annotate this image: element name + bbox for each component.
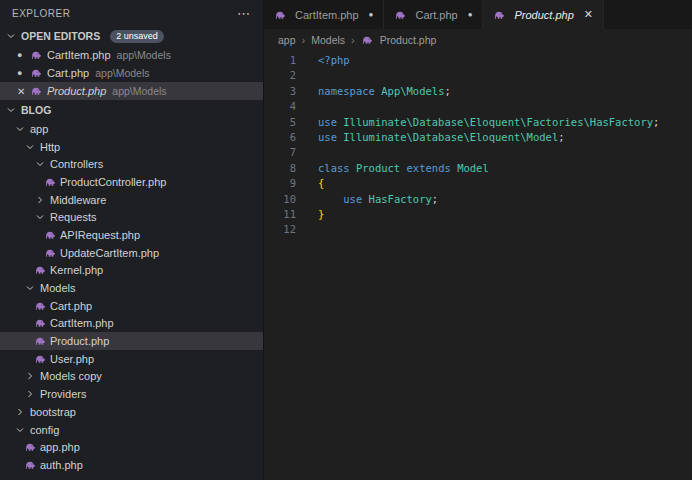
tree-folder-item[interactable]: Http <box>0 138 263 156</box>
line-number: 7 <box>264 145 296 160</box>
explorer-sidebar: EXPLORER ⋯ OPEN EDITORS 2 unsaved ●CartI… <box>0 0 264 480</box>
code-token: use <box>318 131 337 143</box>
php-file-icon <box>274 9 289 21</box>
tree-folder-item[interactable]: Middleware <box>0 191 263 209</box>
open-editor-path: app\Models <box>117 49 171 61</box>
tree-file-item[interactable]: Product.php <box>0 332 263 350</box>
tree-file-item[interactable]: auth.php <box>0 456 263 474</box>
project-header[interactable]: BLOG <box>0 100 263 120</box>
php-file-icon <box>44 229 56 241</box>
php-file-icon <box>24 459 36 471</box>
line-number: 10 <box>264 192 296 207</box>
tree-file-item[interactable]: app.php <box>0 438 263 456</box>
code-token: use <box>318 116 337 128</box>
modified-dot-icon[interactable]: ● <box>17 50 30 60</box>
code-token: Illuminate\Database\Eloquent\Model <box>343 131 558 143</box>
tree-item-label: User.php <box>50 353 94 365</box>
open-editors-header[interactable]: OPEN EDITORS 2 unsaved <box>0 26 263 46</box>
tree-item-label: UpdateCartItem.php <box>60 247 159 259</box>
tree-folder-item[interactable]: Models copy <box>0 368 263 386</box>
code-token: extends <box>407 162 451 174</box>
line-number: 12 <box>264 222 296 237</box>
breadcrumb-item[interactable]: Models <box>311 34 345 46</box>
tree-item-label: CartItem.php <box>50 317 114 329</box>
tree-item-label: auth.php <box>40 459 83 471</box>
php-file-icon <box>34 317 46 329</box>
tree-item-label: bootstrap <box>30 406 76 418</box>
breadcrumb-label: Models <box>311 34 345 46</box>
open-editor-path: app\Models <box>112 85 166 97</box>
code-token: use <box>343 193 362 205</box>
tree-folder-item[interactable]: bootstrap <box>0 403 263 421</box>
code-line: 2 <box>264 68 692 83</box>
code-line: 12 <box>264 222 692 237</box>
open-editor-item[interactable]: ●CartItem.phpapp\Models <box>0 46 263 64</box>
tree-folder-item[interactable]: Models <box>0 279 263 297</box>
tree-folder-item[interactable]: Controllers <box>0 155 263 173</box>
tree-file-item[interactable]: Kernel.php <box>0 262 263 280</box>
open-editor-item[interactable]: ✕Product.phpapp\Models <box>0 82 263 100</box>
tree-item-label: Models copy <box>40 370 102 382</box>
open-editor-item[interactable]: ●Cart.phpapp\Models <box>0 64 263 82</box>
tree-item-label: APIRequest.php <box>60 229 140 241</box>
tab-bar: CartItem.php●Cart.php●Product.php✕ <box>264 0 692 29</box>
line-number: 2 <box>264 68 296 83</box>
php-file-icon <box>34 300 46 312</box>
chevron-down-icon <box>24 284 36 292</box>
code-token: ; <box>444 85 450 97</box>
editor-tab[interactable]: Cart.php● <box>384 0 483 29</box>
modified-dot-icon[interactable]: ● <box>468 10 473 19</box>
code-line-content <box>296 68 318 83</box>
close-icon[interactable]: ✕ <box>584 8 593 21</box>
tree-item-label: config <box>30 424 59 436</box>
modified-dot-icon[interactable]: ● <box>369 10 374 19</box>
open-editors-label: OPEN EDITORS <box>21 30 100 42</box>
code-line: 3namespace App\Models; <box>264 84 692 99</box>
open-editor-filename: Product.php <box>47 85 106 97</box>
more-actions-icon[interactable]: ⋯ <box>237 6 251 21</box>
tree-file-item[interactable]: CartItem.php <box>0 315 263 333</box>
tree-folder-item[interactable]: Providers <box>0 385 263 403</box>
tree-item-label: Cart.php <box>50 300 92 312</box>
breadcrumb-item[interactable]: app <box>278 34 296 46</box>
open-editor-filename: CartItem.php <box>47 49 111 61</box>
tree-folder-item[interactable]: config <box>0 421 263 439</box>
tree-file-item[interactable]: APIRequest.php <box>0 226 263 244</box>
tree-file-item[interactable]: Cart.php <box>0 297 263 315</box>
tab-label: Product.php <box>514 9 573 21</box>
editor-area: CartItem.php●Cart.php●Product.php✕ app›M… <box>264 0 692 480</box>
code-line-content <box>296 222 318 237</box>
editor-tab[interactable]: Product.php✕ <box>483 0 604 29</box>
chevron-down-icon <box>24 143 36 151</box>
line-number: 5 <box>264 115 296 130</box>
code-token: } <box>318 208 324 220</box>
tree-item-label: Middleware <box>50 194 106 206</box>
line-number: 8 <box>264 161 296 176</box>
chevron-down-icon <box>5 106 17 114</box>
editor-tab[interactable]: CartItem.php● <box>264 0 384 29</box>
project-tree-section: BLOG appHttpControllersProductController… <box>0 100 263 474</box>
php-file-icon <box>44 247 56 259</box>
tree-item-label: Kernel.php <box>50 264 103 276</box>
tree-file-item[interactable]: User.php <box>0 350 263 368</box>
code-editor[interactable]: 1<?php23namespace App\Models;45use Illum… <box>264 50 692 480</box>
php-file-icon <box>361 34 376 46</box>
line-number: 4 <box>264 99 296 114</box>
code-line-content <box>296 145 318 160</box>
code-token: App\Models <box>381 85 444 97</box>
open-editors-section: OPEN EDITORS 2 unsaved ●CartItem.phpapp\… <box>0 26 263 100</box>
breadcrumb-label: Product.php <box>380 34 437 46</box>
tree-folder-item[interactable]: Requests <box>0 208 263 226</box>
code-line: 10 use HasFactory; <box>264 192 692 207</box>
code-token: Illuminate\Database\Eloquent\Factories\H… <box>343 116 653 128</box>
open-editor-filename: Cart.php <box>47 67 89 79</box>
tree-file-item[interactable]: UpdateCartItem.php <box>0 244 263 262</box>
breadcrumb-item[interactable]: Product.php <box>361 34 437 46</box>
chevron-right-icon <box>24 372 36 380</box>
tree-folder-item[interactable]: app <box>0 120 263 138</box>
php-file-icon <box>30 85 45 97</box>
project-name-label: BLOG <box>21 104 51 116</box>
tree-file-item[interactable]: ProductController.php <box>0 173 263 191</box>
modified-dot-icon[interactable]: ● <box>17 68 30 78</box>
close-icon[interactable]: ✕ <box>17 86 30 97</box>
